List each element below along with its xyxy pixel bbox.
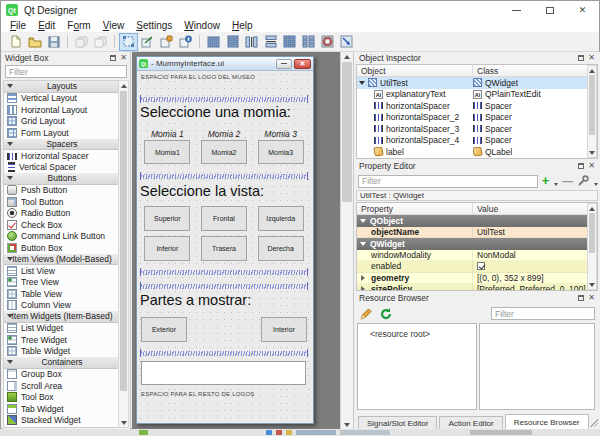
- button-inferior[interactable]: Inferior: [144, 236, 190, 261]
- widget-vertical-spacer[interactable]: Vertical Spacer: [4, 162, 120, 174]
- object-inspector-row[interactable]: horizontalSpacerSpacer: [357, 100, 597, 112]
- object-inspector-row[interactable]: horizontalSpacer_3Spacer: [357, 123, 597, 135]
- value-column-header[interactable]: Value: [473, 203, 597, 214]
- widget-column-view[interactable]: Column View: [4, 300, 120, 312]
- edit-buddies-mode-icon[interactable]: [157, 33, 176, 51]
- tab-signal-slot-editor[interactable]: Signal/Slot Editor: [358, 416, 437, 429]
- widget-tree-widget[interactable]: Tree Widget: [4, 334, 120, 346]
- expander-icon[interactable]: [359, 81, 365, 85]
- object-column-header[interactable]: Object: [357, 65, 473, 76]
- object-inspector-row[interactable]: AlexplanatoryTextAlQPlainTextEdit: [357, 89, 597, 101]
- close-button[interactable]: ✕: [566, 1, 599, 19]
- menu-edit[interactable]: Edit: [32, 20, 61, 31]
- layout-grid-icon[interactable]: [280, 33, 299, 51]
- layout-vertical-splitter-icon[interactable]: [261, 33, 280, 51]
- button-momia1[interactable]: Momia1: [144, 140, 190, 164]
- object-inspector-row[interactable]: UtilTestQWidget: [357, 77, 597, 89]
- float-dock-icon[interactable]: [110, 55, 116, 61]
- button-frontal[interactable]: Frontal: [201, 206, 247, 231]
- class-column-header[interactable]: Class: [473, 65, 597, 76]
- property-value-cell[interactable]: [473, 261, 485, 272]
- button-momia3[interactable]: Momia3: [258, 140, 304, 164]
- mdi-vertical-scrollbar[interactable]: [340, 52, 353, 429]
- expander-icon[interactable]: [361, 286, 365, 291]
- widget-box-section-buttons[interactable]: Buttons: [4, 173, 120, 185]
- menu-help[interactable]: Help: [226, 20, 259, 31]
- resource-filter-input[interactable]: [491, 307, 595, 320]
- widget-box-section-layouts[interactable]: Layouts: [4, 81, 120, 93]
- widget-tree-view[interactable]: Tree View: [4, 277, 120, 289]
- edit-resources-pencil-icon[interactable]: [359, 307, 373, 321]
- widget-table-widget[interactable]: Table Widget: [4, 346, 120, 358]
- widget-grid-layout[interactable]: Grid Layout: [4, 116, 120, 128]
- property-value-cell[interactable]: [(0, 0), 352 x 899]: [473, 273, 544, 284]
- property-value-cell[interactable]: UtilTest: [473, 227, 505, 238]
- object-inspector-row[interactable]: labelRow1QLabel: [357, 158, 597, 160]
- widget-form-layout[interactable]: Form Layout: [4, 127, 120, 139]
- float-dock-icon[interactable]: [578, 295, 584, 301]
- widget-table-view[interactable]: Table View: [4, 288, 120, 300]
- form-close-button[interactable]: ✕: [294, 59, 311, 69]
- menu-window[interactable]: Window: [178, 20, 226, 31]
- property-row-windowmodality[interactable]: windowModalityNonModal: [357, 250, 597, 262]
- property-value-cell[interactable]: NonModal: [473, 250, 516, 261]
- break-layout-icon[interactable]: [318, 33, 337, 51]
- horizontal-spacer[interactable]: [140, 172, 308, 180]
- form-titlebar[interactable]: Qt - MummyInterface.ui ✕: [137, 57, 313, 71]
- widget-check-box[interactable]: Check Box: [4, 219, 120, 231]
- window-resize-grip[interactable]: [590, 419, 598, 427]
- layout-horizontal-splitter-icon[interactable]: [242, 33, 261, 51]
- widget-stacked-widget[interactable]: Stacked Widget: [4, 415, 120, 427]
- widget-box-filter-input[interactable]: [5, 65, 127, 78]
- property-section-qobject[interactable]: QObject: [357, 215, 597, 227]
- object-inspector-row[interactable]: horizontalSpacer_2Spacer: [357, 112, 597, 124]
- tab-resource-browser[interactable]: Resource Browser: [505, 414, 589, 429]
- widget-push-button[interactable]: Push Button: [4, 185, 120, 197]
- horizontal-spacer[interactable]: [140, 282, 308, 290]
- configure-property-editor-icon[interactable]: [577, 175, 589, 187]
- button-superior[interactable]: Superior: [144, 206, 190, 231]
- object-inspector-row[interactable]: labelQLabel: [357, 146, 597, 158]
- widget-tool-button[interactable]: Tool Button: [4, 196, 120, 208]
- float-dock-icon[interactable]: [578, 163, 584, 169]
- edit-signals-slots-mode-icon[interactable]: [138, 33, 157, 51]
- explanatory-text-edit[interactable]: [141, 361, 306, 385]
- button-exterior[interactable]: Exterior: [141, 317, 187, 342]
- widget-horizontal-spacer[interactable]: Horizontal Spacer: [4, 150, 120, 162]
- horizontal-spacer[interactable]: [140, 268, 308, 276]
- menu-settings[interactable]: Settings: [130, 20, 178, 31]
- remove-dynamic-property-icon[interactable]: —: [562, 175, 573, 187]
- new-form-icon[interactable]: [6, 33, 25, 51]
- widget-box-section-item-views-model-based[interactable]: Item Views (Model-Based): [4, 254, 120, 266]
- expander-icon[interactable]: [361, 275, 365, 281]
- widget-horizontal-layout[interactable]: Horizontal Layout: [4, 104, 120, 116]
- widget-list-widget[interactable]: List Widget: [4, 323, 120, 335]
- save-form-icon[interactable]: [44, 33, 63, 51]
- float-dock-icon[interactable]: [578, 55, 584, 61]
- copy-icon[interactable]: [72, 33, 91, 51]
- menu-file[interactable]: File: [4, 20, 32, 31]
- close-dock-icon[interactable]: ✕: [588, 163, 595, 169]
- edit-widgets-mode-icon[interactable]: [119, 33, 138, 51]
- edit-tab-order-mode-icon[interactable]: [176, 33, 195, 51]
- minimize-button[interactable]: [500, 1, 533, 19]
- button-izquierda[interactable]: Izquierda: [258, 206, 304, 231]
- form-canvas[interactable]: ESPACIO PARA EL LOGO DEL MUSEO Seleccion…: [137, 71, 313, 423]
- button-interior[interactable]: Interior: [261, 317, 307, 342]
- widget-vertical-layout[interactable]: Vertical Layout: [4, 93, 120, 105]
- property-row-sizepolicy[interactable]: sizePolicy[Preferred, Preferred, 0, 100]: [357, 284, 597, 291]
- layout-horizontally-icon[interactable]: [204, 33, 223, 51]
- property-row-geometry[interactable]: geometry[(0, 0), 352 x 899]: [357, 273, 597, 285]
- menu-form[interactable]: Form: [61, 20, 96, 31]
- widget-box-section-spacers[interactable]: Spacers: [4, 139, 120, 151]
- property-value-cell[interactable]: [Preferred, Preferred, 0, 100]: [473, 284, 586, 291]
- horizontal-spacer[interactable]: [140, 95, 308, 103]
- widget-button-box[interactable]: Button Box: [4, 242, 120, 254]
- resource-root-item[interactable]: <resource root>: [358, 324, 476, 339]
- horizontal-spacer[interactable]: [140, 349, 308, 357]
- property-column-header[interactable]: Property: [357, 203, 473, 214]
- tab-action-editor[interactable]: Action Editor: [439, 416, 502, 429]
- maximize-button[interactable]: [533, 1, 566, 19]
- property-row-objectname[interactable]: objectNameUtilTest: [357, 227, 597, 239]
- widget-tab-widget[interactable]: Tab Widget: [4, 403, 120, 415]
